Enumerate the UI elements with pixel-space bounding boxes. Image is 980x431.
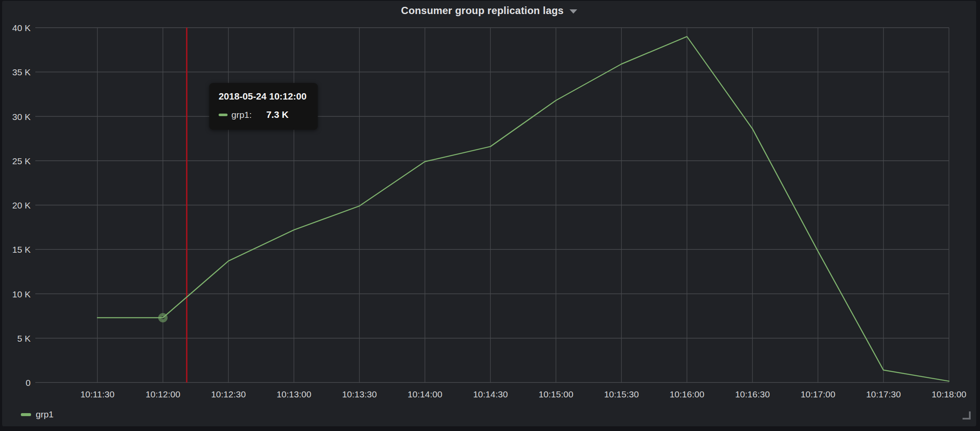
x-axis-tick-label: 10:18:00 bbox=[932, 389, 966, 399]
y-axis-tick-label: 5 K bbox=[17, 334, 31, 343]
x-axis-tick-label: 10:15:30 bbox=[604, 389, 639, 399]
series-color-dash-icon bbox=[219, 114, 228, 116]
time-series-chart[interactable]: 05 K10 K15 K20 K25 K30 K35 K40 K10:11:30… bbox=[2, 1, 980, 431]
x-axis-tick-label: 10:13:00 bbox=[276, 389, 311, 399]
legend-series-dash-icon[interactable] bbox=[21, 413, 31, 416]
y-axis-tick-label: 40 K bbox=[12, 23, 31, 33]
x-axis-tick-label: 10:15:00 bbox=[538, 389, 573, 399]
x-axis-tick-label: 10:12:00 bbox=[145, 389, 180, 399]
y-axis-tick-label: 15 K bbox=[12, 245, 31, 254]
x-axis-tick-label: 10:12:30 bbox=[211, 389, 246, 399]
tooltip-timestamp: 2018-05-24 10:12:00 bbox=[219, 91, 307, 102]
y-axis-tick-label: 10 K bbox=[12, 289, 31, 299]
tooltip-value: 7.3 K bbox=[266, 109, 289, 120]
tooltip-series-label: grp1: bbox=[231, 110, 252, 120]
y-axis-tick-label: 35 K bbox=[12, 67, 31, 77]
x-axis-tick-label: 10:17:00 bbox=[801, 389, 835, 399]
x-axis-tick-label: 10:13:30 bbox=[342, 389, 377, 399]
tooltip-series-row: grp1: 7.3 K bbox=[219, 109, 307, 120]
x-axis-tick-label: 10:17:30 bbox=[866, 389, 901, 399]
y-axis-tick-label: 25 K bbox=[12, 156, 31, 166]
y-axis-tick-label: 0 bbox=[26, 378, 31, 388]
panel-resize-handle[interactable] bbox=[963, 411, 971, 420]
graph-tooltip: 2018-05-24 10:12:00 grp1: 7.3 K bbox=[209, 83, 318, 130]
x-axis-tick-label: 10:11:30 bbox=[80, 389, 114, 399]
legend: grp1 bbox=[21, 409, 54, 420]
legend-series-label[interactable]: grp1 bbox=[36, 409, 54, 420]
x-axis-tick-label: 10:14:30 bbox=[473, 389, 508, 399]
x-axis-tick-label: 10:14:00 bbox=[407, 389, 442, 399]
graph-panel: Consumer group replication lags 05 K10 K… bbox=[2, 1, 976, 426]
x-axis-tick-label: 10:16:30 bbox=[735, 389, 770, 399]
x-axis-tick-label: 10:16:00 bbox=[669, 389, 704, 399]
dashboard-page: Consumer group replication lags 05 K10 K… bbox=[0, 0, 980, 431]
y-axis-tick-label: 20 K bbox=[12, 200, 31, 210]
y-axis-tick-label: 30 K bbox=[12, 112, 31, 122]
